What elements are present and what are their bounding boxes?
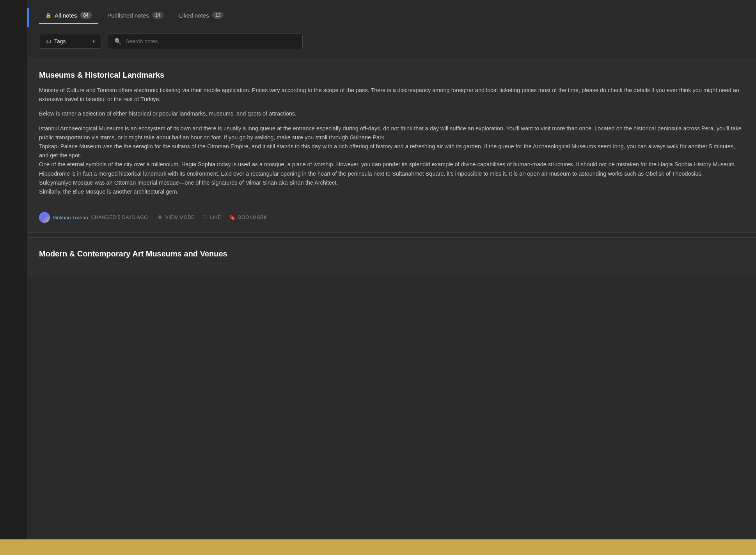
note-footer: Gökhan Turhan CHANGED 5 DAYS AGO 👁 VIEW … [39, 206, 744, 223]
tab-published-notes-badge: 14 [152, 12, 163, 19]
tags-dropdown[interactable]: 🏷 Tags ▾ [39, 34, 101, 49]
tab-all-notes-badge: 84 [80, 12, 92, 19]
note-card-preview: Modern & Contemporary Art Museums and Ve… [27, 237, 756, 276]
bookmark-icon: 🔖 [229, 214, 236, 221]
tab-all-notes[interactable]: 🔒 All notes 84 [39, 7, 98, 24]
note-author: Gökhan Turhan CHANGED 5 DAYS AGO [39, 212, 148, 223]
footer-actions: 👁 VIEW MODE ♡ LIKE 🔖 BOOKMARK [157, 214, 267, 221]
view-mode-button[interactable]: 👁 VIEW MODE [157, 214, 195, 221]
notes-list: Museums & Historical Landmarks Ministry … [27, 59, 756, 288]
sidebar-active-indicator [27, 8, 29, 27]
lock-icon: 🔒 [45, 12, 51, 18]
tags-dropdown-label: Tags [54, 38, 66, 44]
bottom-bar [0, 539, 756, 555]
note-title: Museums & Historical Landmarks [39, 71, 744, 80]
eye-icon: 👁 [157, 214, 163, 221]
note-card: Museums & Historical Landmarks Ministry … [27, 59, 756, 233]
author-name-link[interactable]: Gökhan Turhan [53, 215, 88, 221]
bookmark-button[interactable]: 🔖 BOOKMARK [229, 214, 267, 221]
note-paragraph-1: Ministry of Culture and Tourism offers e… [39, 86, 744, 104]
changed-info: CHANGED 5 DAYS AGO [91, 215, 148, 220]
note-paragraph-2: Below is rather a selection of either hi… [39, 109, 744, 118]
sidebar [0, 0, 27, 555]
view-mode-label: VIEW MODE [165, 215, 195, 220]
avatar [39, 212, 50, 223]
filter-bar: 🏷 Tags ▾ 🔍 [27, 24, 756, 59]
bookmark-label: BOOKMARK [238, 215, 267, 220]
note-paragraph-3: Istanbul Archaeological Museums is an ec… [39, 124, 744, 197]
tab-liked-notes[interactable]: Liked notes 13 [173, 7, 230, 24]
tab-liked-notes-label: Liked notes [179, 12, 209, 19]
heart-icon: ♡ [202, 214, 208, 221]
like-button[interactable]: ♡ LIKE [202, 214, 221, 221]
search-input[interactable] [126, 38, 296, 44]
tag-icon: 🏷 [46, 38, 51, 44]
tab-all-notes-label: All notes [55, 12, 77, 19]
tab-liked-notes-badge: 13 [212, 12, 224, 19]
search-icon: 🔍 [114, 38, 122, 45]
tabs-bar: 🔒 All notes 84 Published notes 14 Liked … [27, 0, 756, 24]
note-title-2: Modern & Contemporary Art Museums and Ve… [39, 249, 744, 258]
note-body: Ministry of Culture and Tourism offers e… [39, 86, 744, 196]
search-box: 🔍 [108, 34, 303, 49]
avatar-image [39, 212, 50, 223]
tab-published-notes[interactable]: Published notes 14 [101, 7, 170, 24]
tab-published-notes-label: Published notes [107, 12, 149, 19]
main-content: 🔒 All notes 84 Published notes 14 Liked … [27, 0, 756, 555]
like-label: LIKE [210, 215, 221, 220]
chevron-down-icon: ▾ [92, 39, 95, 44]
